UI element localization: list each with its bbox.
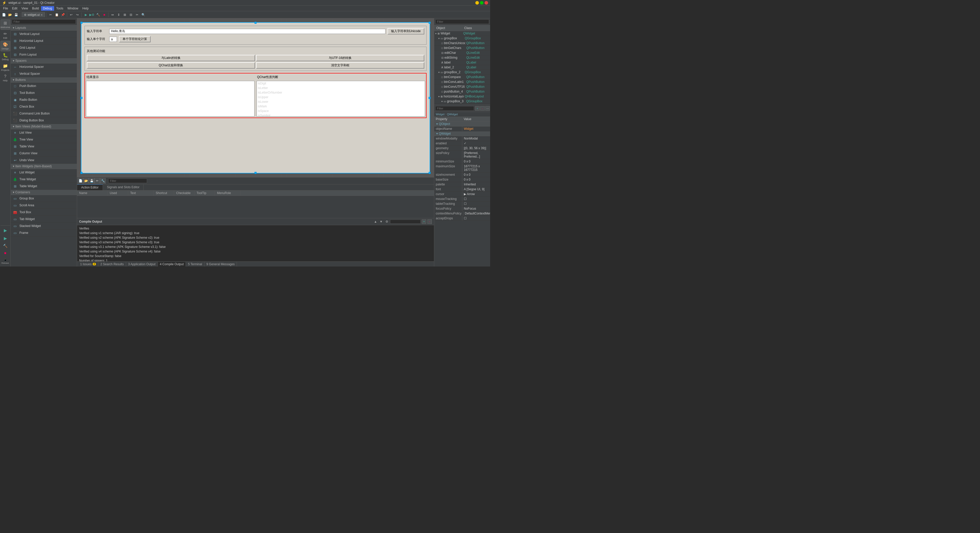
compile-settings[interactable]: ⚙	[385, 219, 389, 224]
input-char-field[interactable]	[109, 37, 117, 42]
prop-row-sizepolicy[interactable]: sizePolicy [Preferred, Preferred...]	[434, 151, 490, 159]
prop-row-geometry[interactable]: geometry [(0, 30, 56 x 39)]	[434, 146, 490, 151]
handle-tl[interactable]	[80, 22, 83, 24]
palette-item-tree-view[interactable]: 🌲 Tree View	[11, 136, 77, 143]
tab-close-icon[interactable]: ✕	[41, 14, 43, 16]
prop-is-mark[interactable]: isMark	[257, 104, 425, 109]
bottom-tab-messages[interactable]: 9 General Messages	[204, 262, 237, 266]
toolbar-cut[interactable]: ✂	[48, 12, 53, 17]
bottom-tab-compile[interactable]: 4 Compile Output	[158, 262, 186, 266]
prop-row-enabled[interactable]: enabled ✓	[434, 141, 490, 146]
menu-build[interactable]: Build	[30, 6, 41, 11]
debug-button[interactable]: ▶	[0, 235, 10, 242]
prop-is-symbol[interactable]: isSymbol	[257, 113, 425, 117]
handle-br[interactable]	[429, 172, 431, 174]
toolbar-build[interactable]: 🔨	[95, 12, 101, 17]
run-button[interactable]: ▶	[0, 227, 10, 234]
bottom-tab-search[interactable]: 2 Search Results	[98, 262, 126, 266]
btn-unicode[interactable]: 输入字符串到Unicode	[388, 28, 424, 35]
tree-item-btncompare[interactable]: □ btnCompare QPushButton	[434, 75, 490, 79]
palette-item-undo-view[interactable]: ↩ Undo View	[11, 157, 77, 164]
ae-btn-open[interactable]: 📂	[83, 178, 89, 184]
toolbar-debug-run[interactable]: ▶⚙	[89, 12, 95, 17]
prop-filter-remove[interactable]: -	[480, 106, 485, 111]
toolbar-paste[interactable]: 📌	[60, 12, 65, 17]
prop-is-upper[interactable]: isUpper	[257, 95, 425, 100]
prop-row-objectname[interactable]: objectName Widget	[434, 127, 490, 131]
expand-widget[interactable]: ▾	[435, 32, 436, 35]
toolbar-undo[interactable]: ↩	[68, 12, 74, 17]
palette-item-command-link[interactable]: ⬛ Command Link Button	[11, 110, 77, 117]
prop-row-minsize[interactable]: minimumSize 0 x 0	[434, 159, 490, 164]
compile-scroll-up[interactable]: ▲	[373, 219, 378, 224]
palette-item-tool-box[interactable]: 🧰 Tool Box	[11, 209, 77, 216]
btn-clear-text[interactable]: 清空文字和框	[256, 62, 424, 68]
tree-item-plaintextedit[interactable]: 📝 plainTextEdit QPlainTextEdit	[434, 104, 490, 105]
menu-edit[interactable]: Edit	[10, 6, 19, 11]
toolbar-layout-f[interactable]: ⊟	[128, 12, 134, 17]
tree-item-label[interactable]: A label QLabel	[434, 60, 490, 65]
stop-button[interactable]: ■	[0, 250, 10, 256]
btn-to-latin[interactable]: 与Latin的转换	[87, 55, 255, 61]
expand-groupbox2[interactable]: ▾	[438, 71, 439, 74]
input-unicode-field[interactable]	[109, 29, 385, 34]
prop-filter-add[interactable]: +	[475, 106, 480, 111]
prop-row-focuspolicy[interactable]: focusPolicy NoFocus	[434, 206, 490, 211]
tree-item-btngetchars[interactable]: □ btnGetChars QPushButton	[434, 46, 490, 51]
palette-item-list-view[interactable]: ≡ List View	[11, 129, 77, 136]
build-button[interactable]: 🔨	[0, 243, 10, 249]
palette-item-stacked-widget[interactable]: ▭ Stacked Widget	[11, 223, 77, 230]
menu-help[interactable]: Help	[80, 6, 91, 11]
toolbar-copy[interactable]: 📋	[54, 12, 59, 17]
expand-groupbox3[interactable]: ▾	[441, 100, 443, 103]
toolbar-layout-g[interactable]: ⊞	[122, 12, 128, 17]
bottom-tab-terminal[interactable]: 5 Terminal	[186, 262, 204, 266]
bottom-tab-issues[interactable]: 1 Issues 2	[78, 262, 98, 266]
sidebar-design[interactable]: 🎨 Design	[0, 41, 10, 51]
sidebar-help[interactable]: ? Help	[0, 73, 10, 83]
handle-top[interactable]	[255, 22, 256, 24]
prop-row-sizeincrement[interactable]: sizeIncrement 0 x 0	[434, 172, 490, 177]
tree-item-editchar[interactable]: ⊡ editChar QLineEdit	[434, 51, 490, 56]
toolbar-layout-v[interactable]: ⇕	[116, 12, 121, 17]
prop-row-basesize[interactable]: baseSize 0 x 0	[434, 177, 490, 182]
compile-filter-input[interactable]	[390, 220, 421, 224]
expand-groupbox[interactable]: ▾	[438, 37, 439, 40]
sidebar-projects[interactable]: 📁 Projects	[0, 62, 10, 73]
palette-item-frame[interactable]: ▭ Frame	[11, 230, 77, 236]
palette-item-tab-widget[interactable]: ▭ Tab Widget	[11, 216, 77, 223]
toolbar-zoom[interactable]: 🔍	[140, 12, 146, 17]
sidebar-welcome[interactable]: ⊞ Welcome	[0, 19, 10, 30]
prop-row-acceptdrops[interactable]: acceptDrops ☐	[434, 216, 490, 221]
menu-view[interactable]: View	[19, 6, 30, 11]
tree-item-btnchars[interactable]: □ btnCharsUnicode QPushButton	[434, 41, 490, 46]
palette-item-form-layout[interactable]: ⊟ Form Layout	[11, 51, 77, 58]
prop-filter-input[interactable]	[435, 106, 474, 111]
tree-item-hlayout[interactable]: ▾ ⊞ horizontalLayout QHBoxLayout	[434, 94, 490, 99]
compile-remove-btn[interactable]: -	[427, 219, 432, 224]
ae-btn-wrench[interactable]: 🔧	[100, 178, 106, 184]
menu-tools[interactable]: Tools	[54, 6, 65, 11]
prop-row-cursor[interactable]: cursor ▶ Arrow	[434, 192, 490, 197]
tree-item-groupbox2[interactable]: ▾ ▭ groupBox_2 QGroupBox	[434, 70, 490, 75]
menu-debug[interactable]: Debug	[41, 6, 54, 11]
sidebar-debug[interactable]: 🐛 Debug	[0, 52, 10, 62]
palette-item-v-spacer[interactable]: ↕ Vertical Spacer	[11, 70, 77, 77]
tree-item-groupbox[interactable]: ▾ ▭ groupBox QGroupBox	[434, 36, 490, 41]
prop-is-lower[interactable]: isLower	[257, 100, 425, 104]
tab-signals-slots[interactable]: Signals and Slots Editor	[103, 184, 144, 190]
handle-tr[interactable]	[429, 22, 431, 24]
palette-item-horizontal-layout[interactable]: ⊞ Horizontal Layout	[11, 38, 77, 44]
compile-scroll-down[interactable]: ▼	[379, 219, 383, 224]
prop-row-palette[interactable]: palette Inherited	[434, 182, 490, 187]
palette-filter-input[interactable]	[12, 19, 76, 24]
palette-item-push-button[interactable]: □ Push Button	[11, 82, 77, 89]
btn-char[interactable]: 单个字符转化计算	[119, 36, 151, 42]
toolbar-layout-h[interactable]: ⇔	[110, 12, 115, 17]
palette-item-table-view[interactable]: ⊞ Table View	[11, 143, 77, 150]
toolbar-run[interactable]: ▶	[83, 12, 89, 17]
window-controls[interactable]	[475, 1, 488, 5]
prop-row-contextmenupolicy[interactable]: contextMenuPolicy DefaultContextMenu	[434, 211, 490, 216]
prop-is-letter-or-number[interactable]: isLetterOrNumber	[257, 90, 425, 95]
toolbar-stop[interactable]: ■	[101, 12, 107, 17]
